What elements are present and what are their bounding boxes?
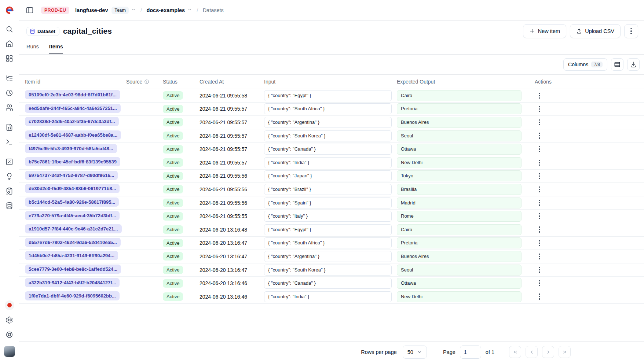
item-id-pill[interactable]: 05109ef0-2e3b-4e03-98dd-8f7d01b61f...	[25, 90, 120, 99]
row-actions-kebab-button[interactable]	[535, 252, 544, 261]
user-avatar[interactable]	[4, 346, 15, 357]
users-icon[interactable]	[3, 101, 16, 114]
input-value-box[interactable]: { "country": "Canada" }	[264, 144, 392, 155]
prompts-file-icon[interactable]	[3, 121, 16, 133]
new-item-button[interactable]: New item	[523, 24, 566, 38]
export-button[interactable]	[627, 58, 640, 71]
item-id-pill[interactable]: d557e7d6-7802-4624-9da6-52d410ea5...	[25, 238, 121, 247]
home-icon[interactable]	[3, 37, 16, 50]
item-id-pill[interactable]: eed5dafe-244f-465c-a84c-4a6e357251...	[25, 104, 121, 113]
breadcrumb-section[interactable]: Datasets	[203, 7, 224, 13]
item-id-pill[interactable]: 5cee7779-3e00-4eb8-be8c-1affedd524...	[25, 265, 121, 274]
row-actions-kebab-button[interactable]	[535, 265, 544, 275]
next-page-button[interactable]	[542, 346, 554, 358]
expected-output-box[interactable]: Seoul	[397, 130, 522, 141]
expected-output-box[interactable]: Tokyo	[397, 170, 522, 181]
tracing-icon[interactable]	[3, 72, 16, 84]
row-actions-kebab-button[interactable]	[535, 171, 544, 181]
expected-output-box[interactable]: Ottawa	[397, 144, 522, 155]
page-kebab-menu-button[interactable]	[624, 24, 638, 38]
row-actions-kebab-button[interactable]	[535, 158, 544, 167]
expected-output-box[interactable]: Ottawa	[397, 278, 522, 289]
row-actions-kebab-button[interactable]	[535, 91, 544, 100]
datasets-database-icon[interactable]	[3, 199, 16, 212]
expected-output-box[interactable]: Seoul	[397, 265, 522, 276]
header-status[interactable]: Status	[163, 79, 200, 85]
langfuse-logo[interactable]	[5, 0, 14, 21]
input-value-box[interactable]: { "country": "Italy" }	[264, 211, 392, 222]
expected-output-box[interactable]: New Delhi	[397, 291, 522, 302]
environment-badge[interactable]: PROD-EU	[41, 7, 69, 14]
columns-button[interactable]: Columns 7/8	[563, 58, 607, 71]
settings-gear-icon[interactable]	[3, 314, 16, 326]
row-actions-kebab-button[interactable]	[535, 278, 544, 288]
input-value-box[interactable]: { "country": "Canada" }	[264, 278, 392, 289]
expected-output-box[interactable]: Cairo	[397, 224, 522, 235]
item-id-pill[interactable]: e12430df-5e81-4687-aabb-f0ea65be8a...	[25, 130, 121, 140]
row-actions-kebab-button[interactable]	[535, 292, 544, 302]
item-id-pill[interactable]: f4975c95-5fc3-4939-970d-58fa5cd48...	[25, 144, 117, 153]
dashboard-icon[interactable]	[3, 52, 16, 64]
item-id-pill[interactable]: 1f0e7da1-dbff-4e60-929d-f6095602bb...	[25, 291, 120, 300]
record-status-dot[interactable]	[3, 299, 16, 311]
expected-output-box[interactable]: Buenos Aires	[397, 117, 522, 128]
playground-terminal-icon[interactable]	[3, 136, 16, 148]
support-lifebuoy-icon[interactable]	[3, 328, 16, 341]
project-name[interactable]: docs-examples	[146, 7, 185, 13]
llm-judge-lightbulb-icon[interactable]	[3, 170, 16, 182]
header-item-id[interactable]: Item id	[19, 79, 126, 85]
input-value-box[interactable]: { "country": "South Korea" }	[264, 130, 392, 141]
input-value-box[interactable]: { "country": "South Africa" }	[264, 103, 392, 114]
input-value-box[interactable]: { "country": "Argentina" }	[264, 251, 392, 262]
input-value-box[interactable]: { "country": "South Africa" }	[264, 237, 392, 248]
item-id-pill[interactable]: a322b319-9412-4f43-b8f2-b20484127f...	[25, 278, 120, 287]
expected-output-box[interactable]: New Delhi	[397, 157, 522, 168]
item-id-pill[interactable]: de30d2e0-f5d9-4854-88b6-0619771b8...	[25, 184, 120, 193]
input-value-box[interactable]: { "country": "Egypt" }	[264, 224, 392, 235]
expected-output-box[interactable]: Cairo	[397, 90, 522, 101]
rows-per-page-select[interactable]: 50	[403, 346, 427, 359]
upload-csv-button[interactable]: Upload CSV	[570, 24, 621, 38]
row-actions-kebab-button[interactable]	[535, 211, 544, 221]
item-id-pill[interactable]: e779a270-579a-4f45-aec4-35b72d3bff...	[25, 211, 120, 220]
item-id-pill[interactable]: 1d45b0e7-b85a-4231-9149-6ff90a294...	[25, 251, 118, 260]
org-name[interactable]: langfuse-dev	[75, 7, 108, 13]
page-number-input[interactable]	[460, 346, 481, 359]
row-height-button[interactable]	[611, 58, 623, 71]
expected-output-box[interactable]: Rome	[397, 211, 522, 222]
input-value-box[interactable]: { "country": "Egypt" }	[264, 90, 392, 101]
sessions-clock-icon[interactable]	[3, 86, 16, 99]
input-value-box[interactable]: { "country": "Brazil" }	[264, 184, 392, 195]
input-value-box[interactable]: { "country": "Spain" }	[264, 197, 392, 208]
input-value-box[interactable]: { "country": "India" }	[264, 157, 392, 168]
expected-output-box[interactable]: Madrid	[397, 197, 522, 208]
tab-runs[interactable]: Runs	[26, 44, 39, 54]
header-source[interactable]: Source	[126, 79, 163, 85]
input-value-box[interactable]: { "country": "South Korea" }	[264, 265, 392, 276]
expected-output-box[interactable]: Pretoria	[397, 237, 522, 248]
org-chevron-down-icon[interactable]	[131, 7, 136, 14]
last-page-button[interactable]	[559, 346, 571, 358]
project-chevron-down-icon[interactable]	[187, 7, 192, 14]
item-id-pill[interactable]: c702838d-24d5-40a2-bf35-67dc3a3df...	[25, 117, 119, 126]
prev-page-button[interactable]	[526, 346, 538, 358]
input-value-box[interactable]: { "country": "Argentina" }	[264, 117, 392, 128]
header-input[interactable]: Input	[264, 79, 397, 85]
row-actions-kebab-button[interactable]	[535, 118, 544, 127]
item-id-pill[interactable]: a1910d57-7f84-440c-9e46-a31c2d7e21...	[25, 224, 122, 233]
tab-items[interactable]: Items	[49, 44, 63, 54]
sidebar-toggle-icon[interactable]	[24, 5, 35, 16]
row-actions-kebab-button[interactable]	[535, 131, 544, 141]
row-actions-kebab-button[interactable]	[535, 238, 544, 248]
row-actions-kebab-button[interactable]	[535, 185, 544, 194]
row-actions-kebab-button[interactable]	[535, 144, 544, 154]
item-id-pill[interactable]: b75c7861-1fbe-45cf-bdf6-83f139c95539	[25, 157, 120, 166]
item-id-pill[interactable]: 69764737-34af-4752-9787-d90df9616...	[25, 171, 118, 180]
item-id-pill[interactable]: b5c144cd-52a5-4a80-926e-58617f895...	[25, 197, 119, 207]
expected-output-box[interactable]: Brasília	[397, 184, 522, 195]
input-value-box[interactable]: { "country": "India" }	[264, 291, 392, 302]
row-actions-kebab-button[interactable]	[535, 198, 544, 208]
row-actions-kebab-button[interactable]	[535, 225, 544, 234]
expected-output-box[interactable]: Buenos Aires	[397, 251, 522, 262]
row-actions-kebab-button[interactable]	[535, 104, 544, 114]
